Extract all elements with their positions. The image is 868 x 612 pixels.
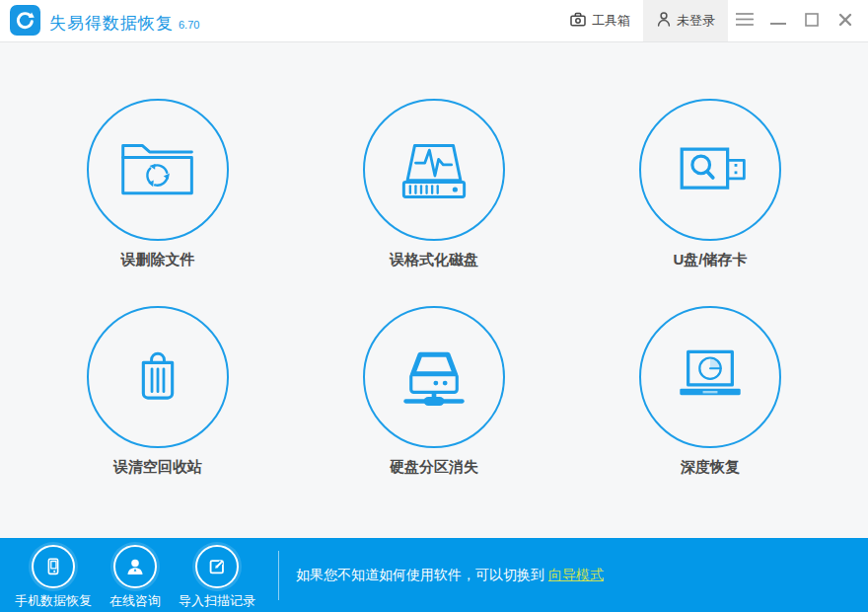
tile-lost-partition[interactable]: 硬盘分区消失 bbox=[296, 306, 572, 478]
laptop-pie-icon bbox=[639, 306, 781, 448]
app-window: 失易得数据恢复 6.70 工具箱 未登录 bbox=[0, 0, 868, 612]
tile-label: 误清空回收站 bbox=[20, 456, 296, 478]
tile-deep-recovery[interactable]: 深度恢复 bbox=[572, 306, 848, 478]
tile-deleted-files[interactable]: 误删除文件 bbox=[20, 99, 296, 270]
phone-icon bbox=[32, 545, 75, 588]
import-icon bbox=[195, 545, 239, 588]
titlebar-spacer bbox=[199, 0, 556, 41]
person-icon bbox=[113, 545, 157, 588]
maximize-button[interactable] bbox=[795, 0, 829, 41]
wizard-mode-link[interactable]: 向导模式 bbox=[548, 567, 604, 582]
tile-label: U盘/储存卡 bbox=[572, 249, 848, 270]
toolbox-icon bbox=[569, 11, 587, 31]
footer-item-label: 手机数据恢复 bbox=[15, 592, 92, 610]
tile-recycle-bin[interactable]: 误清空回收站 bbox=[20, 306, 296, 478]
recovery-mode-grid: 误删除文件 误格式化磁盘 bbox=[0, 42, 868, 538]
minimize-button[interactable] bbox=[761, 0, 795, 41]
tile-usb-card[interactable]: U盘/储存卡 bbox=[572, 99, 848, 270]
tile-formatted-disk[interactable]: 误格式化磁盘 bbox=[296, 99, 572, 270]
footer-item-label: 在线咨询 bbox=[109, 592, 161, 610]
toolbox-button[interactable]: 工具箱 bbox=[556, 0, 643, 41]
tile-label: 误删除文件 bbox=[20, 249, 296, 270]
drive-network-icon bbox=[363, 306, 505, 448]
disk-waveform-icon bbox=[363, 99, 505, 241]
wizard-hint-text: 如果您不知道如何使用软件，可以切换到 bbox=[296, 567, 548, 582]
footer-item-label: 导入扫描记录 bbox=[179, 592, 255, 610]
user-icon bbox=[656, 11, 672, 31]
app-version: 6.70 bbox=[179, 19, 199, 31]
toolbox-label: 工具箱 bbox=[592, 12, 630, 30]
title-bar: 失易得数据恢复 6.70 工具箱 未登录 bbox=[0, 0, 868, 42]
menu-button[interactable] bbox=[728, 0, 761, 41]
close-icon bbox=[838, 13, 852, 30]
online-support-button[interactable]: 在线咨询 bbox=[101, 538, 170, 612]
tile-label: 误格式化磁盘 bbox=[296, 249, 572, 270]
footer-divider bbox=[278, 551, 279, 600]
login-label: 未登录 bbox=[677, 12, 715, 30]
app-title: 失易得数据恢复 bbox=[49, 12, 174, 35]
tile-label: 深度恢复 bbox=[572, 456, 848, 478]
wizard-hint: 如果您不知道如何使用软件，可以切换到 向导模式 bbox=[296, 567, 604, 584]
tile-label: 硬盘分区消失 bbox=[296, 456, 572, 478]
folder-recycle-icon bbox=[87, 99, 229, 241]
minimize-icon bbox=[770, 14, 786, 29]
phone-recovery-button[interactable]: 手机数据恢复 bbox=[6, 538, 101, 612]
maximize-icon bbox=[805, 13, 819, 30]
login-button[interactable]: 未登录 bbox=[643, 0, 728, 41]
footer-bar: 手机数据恢复 在线咨询 导入扫描记录 bbox=[0, 538, 868, 612]
close-button[interactable] bbox=[829, 0, 862, 41]
import-scan-record-button[interactable]: 导入扫描记录 bbox=[170, 538, 264, 612]
usb-search-icon bbox=[639, 99, 781, 241]
app-title-group: 失易得数据恢复 6.70 bbox=[49, 0, 199, 41]
trash-icon bbox=[87, 306, 229, 448]
menu-icon bbox=[735, 12, 755, 30]
app-logo-icon bbox=[10, 5, 40, 36]
